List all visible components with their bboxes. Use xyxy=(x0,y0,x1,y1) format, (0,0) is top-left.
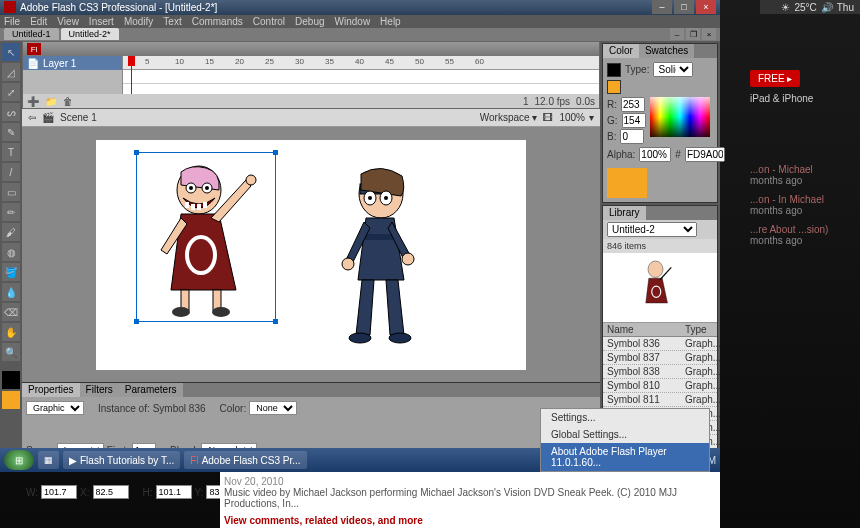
doc-tab-2[interactable]: Untitled-2* xyxy=(61,28,119,40)
titlebar[interactable]: Adobe Flash CS3 Professional - [Untitled… xyxy=(0,0,720,15)
new-layer-icon[interactable]: ➕ xyxy=(27,96,39,107)
hex-input[interactable] xyxy=(685,147,725,162)
g-input[interactable] xyxy=(622,113,646,128)
b-input[interactable] xyxy=(620,129,644,144)
tab-filters[interactable]: Filters xyxy=(80,383,119,397)
menu-debug[interactable]: Debug xyxy=(295,16,324,27)
tab-properties[interactable]: Properties xyxy=(22,383,80,397)
library-item[interactable]: Symbol 811Graph... xyxy=(603,393,717,407)
menu-commands[interactable]: Commands xyxy=(192,16,243,27)
library-item[interactable]: Symbol 810Graph... xyxy=(603,379,717,393)
tab-parameters[interactable]: Parameters xyxy=(119,383,183,397)
zoom-dropdown-icon[interactable]: ▾ xyxy=(589,112,594,123)
temperature: 25°C xyxy=(794,2,816,13)
quick-launch-icon[interactable]: ▦ xyxy=(38,451,59,469)
delete-layer-icon[interactable]: 🗑 xyxy=(63,96,73,107)
color-spectrum[interactable] xyxy=(650,97,710,137)
menu-edit[interactable]: Edit xyxy=(30,16,47,27)
timeline-footer: ➕ 📁 🗑 1 12.0 fps 0.0s xyxy=(23,94,599,108)
x-input[interactable] xyxy=(93,485,129,499)
pen-tool[interactable]: ✎ xyxy=(2,123,20,141)
fill-color-swatch[interactable] xyxy=(607,80,621,94)
height-input[interactable] xyxy=(156,485,192,499)
menu-help[interactable]: Help xyxy=(380,16,401,27)
library-doc-select[interactable]: Untitled-2 xyxy=(607,222,697,237)
ctx-global-settings[interactable]: Global Settings... xyxy=(541,426,709,443)
scene-name[interactable]: Scene 1 xyxy=(60,112,97,123)
os-top-bar: ☀ 25°C 🔊 Thu xyxy=(760,0,860,14)
view-comments-link[interactable]: View comments, related videos, and more xyxy=(224,515,716,526)
volume-icon[interactable]: 🔊 xyxy=(821,2,833,13)
alpha-input[interactable] xyxy=(639,147,671,162)
paint-bucket-tool[interactable]: 🪣 xyxy=(2,263,20,281)
canvas[interactable] xyxy=(96,140,526,370)
eraser-tool[interactable]: ⌫ xyxy=(2,303,20,321)
rectangle-tool[interactable]: ▭ xyxy=(2,183,20,201)
zoom-value[interactable]: 100% xyxy=(559,112,585,123)
ctx-settings[interactable]: Settings... xyxy=(541,409,709,426)
menu-file[interactable]: File xyxy=(4,16,20,27)
doc-minimize[interactable]: – xyxy=(670,28,684,40)
tab-color[interactable]: Color xyxy=(603,44,639,58)
tab-library[interactable]: Library xyxy=(603,206,646,220)
doc-restore[interactable]: ❐ xyxy=(686,28,700,40)
ink-bottle-tool[interactable]: ◍ xyxy=(2,243,20,261)
free-transform-tool[interactable]: ⤢ xyxy=(2,83,20,101)
stroke-swatch[interactable] xyxy=(2,371,20,389)
color-mode-select[interactable]: None xyxy=(249,401,297,415)
library-item[interactable]: Symbol 838Graph... xyxy=(603,365,717,379)
instance-kind-select[interactable]: Graphic xyxy=(26,401,84,415)
close-button[interactable]: × xyxy=(696,0,716,14)
fill-type-select[interactable]: Solid xyxy=(653,62,693,77)
eyedropper-tool[interactable]: 💧 xyxy=(2,283,20,301)
new-folder-icon[interactable]: 📁 xyxy=(45,96,57,107)
stroke-color-swatch[interactable] xyxy=(607,63,621,77)
character-1-graphic[interactable] xyxy=(151,160,271,320)
svg-point-26 xyxy=(648,261,663,278)
menu-modify[interactable]: Modify xyxy=(124,16,153,27)
text-tool[interactable]: T xyxy=(2,143,20,161)
brush-tool[interactable]: 🖌 xyxy=(2,223,20,241)
back-arrow-icon[interactable]: ⇦ xyxy=(28,112,36,123)
menu-insert[interactable]: Insert xyxy=(89,16,114,27)
frame-ruler[interactable]: 5 10 15 20 25 30 35 40 45 50 55 60 xyxy=(123,56,599,70)
library-item[interactable]: Symbol 836Graph... xyxy=(603,337,717,351)
zoom-tool[interactable]: 🔍 xyxy=(2,343,20,361)
tab-swatches[interactable]: Swatches xyxy=(639,44,694,58)
menu-window[interactable]: Window xyxy=(335,16,371,27)
r-input[interactable] xyxy=(621,97,645,112)
free-button[interactable]: FREE ▸ xyxy=(750,70,800,87)
layer-row[interactable]: 📄 Layer 1 xyxy=(23,56,122,70)
lasso-tool[interactable]: ᔕ xyxy=(2,103,20,121)
playhead[interactable] xyxy=(131,56,132,94)
menu-view[interactable]: View xyxy=(57,16,79,27)
color-panel: Color Swatches Type:Solid R: G: B: Alp xyxy=(602,43,718,203)
taskbar-item[interactable]: FlAdobe Flash CS3 Pr... xyxy=(184,451,306,469)
width-input[interactable] xyxy=(41,485,77,499)
selection-tool[interactable]: ↖ xyxy=(2,43,20,61)
instance-name: Symbol 836 xyxy=(153,403,206,414)
ctx-about[interactable]: About Adobe Flash Player 11.0.1.60... xyxy=(541,443,709,471)
subselection-tool[interactable]: ◿ xyxy=(2,63,20,81)
svg-point-10 xyxy=(246,175,256,185)
menu-text[interactable]: Text xyxy=(163,16,181,27)
character-2-graphic[interactable] xyxy=(326,160,436,360)
frame-area[interactable]: 5 10 15 20 25 30 35 40 45 50 55 60 xyxy=(123,56,599,94)
current-color-preview xyxy=(607,168,647,198)
line-tool[interactable]: / xyxy=(2,163,20,181)
menu-control[interactable]: Control xyxy=(253,16,285,27)
fill-swatch[interactable] xyxy=(2,391,20,409)
workspace-dropdown[interactable]: Workspace ▾ xyxy=(480,112,538,123)
doc-close[interactable]: × xyxy=(702,28,716,40)
minimize-button[interactable]: – xyxy=(652,0,672,14)
library-item[interactable]: Symbol 837Graph... xyxy=(603,351,717,365)
stage[interactable] xyxy=(22,127,600,382)
flash-icon: Fl xyxy=(190,455,198,466)
maximize-button[interactable]: □ xyxy=(674,0,694,14)
pencil-tool[interactable]: ✏ xyxy=(2,203,20,221)
taskbar-item[interactable]: ▶Flash Tutorials by T... xyxy=(63,451,180,469)
edit-scene-icon[interactable]: 🎞 xyxy=(543,112,553,123)
doc-tab-1[interactable]: Untitled-1 xyxy=(4,28,59,40)
start-button[interactable]: ⊞ xyxy=(4,450,34,470)
hand-tool[interactable]: ✋ xyxy=(2,323,20,341)
